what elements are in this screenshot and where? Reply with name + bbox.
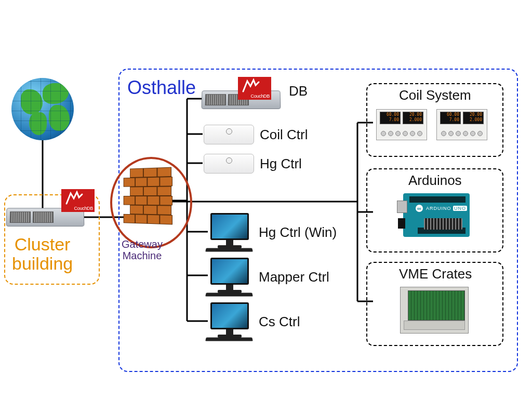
gateway-ellipse xyxy=(110,157,192,248)
vme-crate-icon xyxy=(400,287,469,334)
osthalle-title: Osthalle xyxy=(127,77,196,99)
db-label: DB xyxy=(289,83,308,99)
couchdb-badge-cluster xyxy=(61,189,95,212)
arduinos-title: Arduinos xyxy=(408,172,462,189)
coil-system-title: Coil System xyxy=(399,87,471,103)
psu-2-icon: 60.007.00 20.002.000 xyxy=(436,109,487,140)
vme-title: VME Crates xyxy=(399,266,472,282)
globe-icon xyxy=(11,78,74,140)
arduino-icon: ∞ ARDUINO UNO xyxy=(403,193,470,237)
cluster-title: Cluster building xyxy=(12,235,73,274)
mapper-ctrl-label: Mapper Ctrl xyxy=(259,269,329,285)
cs-ctrl-label: Cs Ctrl xyxy=(259,314,300,330)
cs-ctrl-icon xyxy=(209,302,250,338)
gateway-label: Gateway Machine xyxy=(122,238,163,261)
hg-ctrl-icon xyxy=(204,154,254,174)
coil-ctrl-label: Coil Ctrl xyxy=(260,127,308,143)
hg-ctrl-win-icon xyxy=(209,213,250,248)
hg-ctrl-label: Hg Ctrl xyxy=(260,156,302,172)
hg-ctrl-win-label: Hg Ctrl (Win) xyxy=(259,224,337,241)
psu-1-icon: 60.007.00 20.002.000 xyxy=(376,109,427,140)
couchdb-badge-db xyxy=(238,77,271,100)
mapper-ctrl-icon xyxy=(209,258,250,293)
coil-ctrl-icon xyxy=(204,125,254,144)
